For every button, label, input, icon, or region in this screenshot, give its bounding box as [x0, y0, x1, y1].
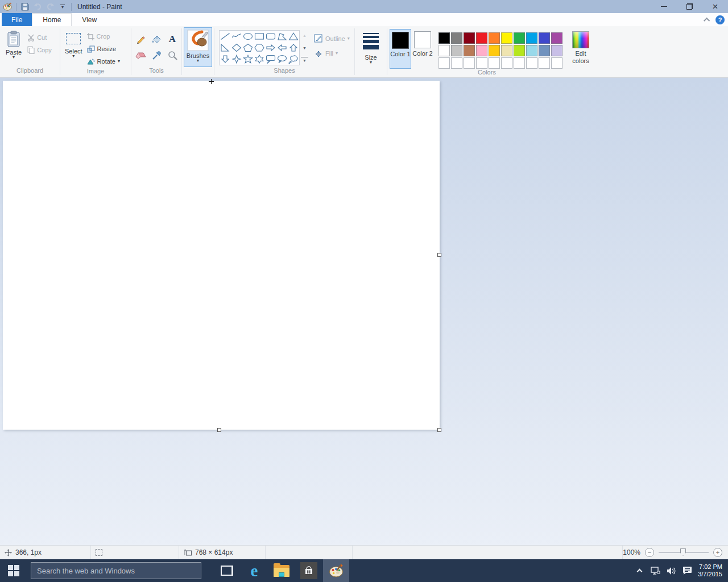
zoom-out-button[interactable]: −	[645, 548, 654, 557]
help-button[interactable]: ?	[715, 15, 725, 24]
color-swatch[interactable]	[451, 45, 462, 56]
shape-callout-oval[interactable]	[276, 53, 288, 65]
shape-star-6[interactable]	[254, 53, 265, 65]
color-swatch[interactable]	[539, 45, 550, 56]
shape-rounded-rectangle[interactable]	[265, 31, 276, 42]
search-input[interactable]	[31, 567, 201, 575]
empty-color-slot[interactable]	[489, 57, 500, 69]
save-button[interactable]	[20, 2, 30, 12]
clock[interactable]: 7:02 PM 3/7/2015	[698, 563, 722, 578]
color-swatch[interactable]	[501, 45, 512, 56]
shapes-more-button[interactable]: ▼	[301, 57, 308, 64]
eraser-tool[interactable]	[133, 48, 148, 63]
shape-curve[interactable]	[231, 31, 242, 42]
tab-file[interactable]: File	[2, 13, 32, 26]
resize-handle-corner[interactable]	[437, 428, 441, 432]
text-tool[interactable]: A	[165, 31, 180, 47]
task-view-button[interactable]	[214, 559, 240, 582]
color-swatch[interactable]	[451, 32, 462, 44]
fill-with-color-tool[interactable]	[149, 31, 164, 47]
empty-color-slot[interactable]	[476, 57, 487, 69]
shape-hexagon[interactable]	[254, 42, 265, 53]
color-swatch[interactable]	[476, 32, 487, 44]
empty-color-slot[interactable]	[451, 57, 462, 69]
color-swatch[interactable]	[526, 45, 537, 56]
brushes-button[interactable]: Brushes ▾	[184, 27, 212, 67]
close-button[interactable]: ×	[702, 0, 728, 13]
shape-ellipse[interactable]	[242, 31, 254, 42]
shape-right-triangle[interactable]	[220, 42, 231, 53]
zoom-slider-thumb[interactable]	[680, 548, 686, 556]
customize-qat-button[interactable]: ▾	[57, 2, 68, 12]
shape-arrow-right[interactable]	[265, 42, 276, 53]
zoom-slider[interactable]	[659, 552, 709, 553]
color-swatch[interactable]	[551, 32, 562, 44]
color-swatch[interactable]	[551, 45, 562, 56]
empty-color-slot[interactable]	[539, 57, 550, 69]
restore-button[interactable]	[677, 0, 702, 13]
volume-tray-icon[interactable]	[666, 566, 676, 576]
minimize-button[interactable]	[651, 0, 677, 13]
copy-button[interactable]: Copy	[27, 44, 52, 56]
store-button[interactable]	[296, 559, 322, 582]
color-swatch[interactable]	[464, 45, 475, 56]
cut-button[interactable]: Cut	[27, 31, 52, 44]
color-swatch[interactable]	[476, 45, 487, 56]
crop-button[interactable]: Crop	[87, 30, 120, 43]
shape-triangle[interactable]	[288, 31, 299, 42]
empty-color-slot[interactable]	[439, 57, 450, 69]
start-button[interactable]	[0, 559, 27, 582]
color-picker-tool[interactable]	[149, 48, 164, 63]
empty-color-slot[interactable]	[551, 57, 562, 69]
network-tray-icon[interactable]	[650, 566, 660, 576]
select-button[interactable]: Select ▾	[63, 29, 85, 68]
resize-handle-bottom[interactable]	[217, 428, 221, 432]
empty-color-slot[interactable]	[464, 57, 475, 69]
color-swatch[interactable]	[489, 32, 500, 44]
color2-button[interactable]: Color 2	[412, 29, 433, 69]
resize-button[interactable]: Resize	[87, 43, 120, 55]
paint-taskbar-button[interactable]	[323, 559, 349, 582]
tab-home[interactable]: Home	[32, 13, 72, 26]
shape-rectangle[interactable]	[254, 31, 265, 42]
shape-star-4[interactable]	[231, 53, 242, 65]
shapes-scroll-down-button[interactable]: ▼	[301, 43, 308, 53]
fill-button[interactable]: Fill ▾	[314, 47, 350, 60]
pencil-tool[interactable]	[133, 31, 148, 47]
color-swatch[interactable]	[439, 45, 450, 56]
shape-arrow-down[interactable]	[220, 53, 231, 65]
file-explorer-button[interactable]	[268, 559, 295, 582]
empty-color-slot[interactable]	[514, 57, 525, 69]
empty-color-slot[interactable]	[526, 57, 537, 69]
action-center-tray-icon[interactable]	[682, 566, 692, 576]
rotate-button[interactable]: Rotate ▾	[87, 55, 120, 68]
tab-view[interactable]: View	[72, 13, 107, 26]
shape-callout-cloud[interactable]	[288, 53, 299, 65]
shape-arrow-left[interactable]	[276, 42, 288, 53]
collapse-ribbon-icon[interactable]	[704, 17, 710, 23]
color-swatch[interactable]	[526, 32, 537, 44]
shapes-scroll-up-button[interactable]: ▲	[301, 31, 308, 40]
color-swatch[interactable]	[501, 32, 512, 44]
redo-button[interactable]	[45, 2, 55, 12]
shape-star-5[interactable]	[242, 53, 254, 65]
internet-explorer-button[interactable]: e	[241, 559, 267, 582]
color-swatch[interactable]	[514, 45, 525, 56]
color-swatch[interactable]	[489, 45, 500, 56]
color1-button[interactable]: Color 1	[390, 29, 411, 69]
edit-colors-button[interactable]: Edit colors	[566, 29, 595, 69]
paste-button[interactable]: Paste ▾	[3, 29, 24, 67]
shape-callout-rounded[interactable]	[265, 53, 276, 65]
empty-color-slot[interactable]	[501, 57, 512, 69]
color-swatch[interactable]	[514, 32, 525, 44]
color-swatch[interactable]	[439, 32, 450, 44]
shape-arrow-up[interactable]	[288, 42, 299, 53]
undo-button[interactable]	[32, 2, 43, 12]
resize-handle-right[interactable]	[437, 253, 441, 257]
zoom-in-button[interactable]: +	[713, 548, 722, 557]
shape-pentagon[interactable]	[242, 42, 254, 53]
drawing-canvas[interactable]	[3, 81, 440, 430]
magnifier-tool[interactable]	[165, 48, 180, 63]
outline-button[interactable]: Outline ▾	[314, 32, 350, 45]
color-swatch[interactable]	[464, 32, 475, 44]
